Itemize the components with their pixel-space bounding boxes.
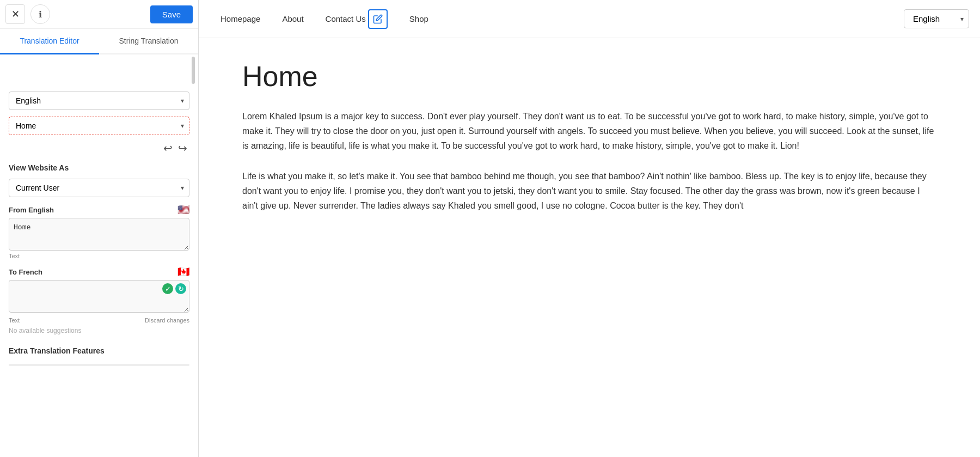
scroll-indicator [192, 57, 195, 84]
left-panel: ✕ ℹ Save Translation Editor String Trans… [0, 0, 199, 457]
from-header: From English 🇺🇸 [9, 204, 189, 216]
to-title: To French [9, 268, 42, 276]
to-header: To French 🇨🇦 [9, 266, 189, 278]
to-french-icons: ✓ ↻ [162, 283, 186, 294]
nav-item-contact[interactable]: Contact Us [315, 0, 399, 38]
language-select-wrapper: English French Spanish German ▾ [9, 92, 189, 110]
tabs-container: Translation Editor String Translation [0, 29, 198, 54]
view-website-label: View Website As [9, 163, 189, 172]
discard-link[interactable]: Discard changes [145, 317, 189, 324]
to-french-wrapper: ✓ ↻ [9, 280, 189, 315]
from-hint: Text [9, 253, 189, 259]
no-suggestions: No available suggestions [9, 327, 189, 334]
scroll-indicator-area [0, 54, 198, 84]
content-area: Home Lorem Khaled Ipsum is a major key t… [199, 38, 980, 457]
next-arrow[interactable]: ↪ [178, 142, 187, 155]
extra-bar [9, 364, 189, 366]
nav-item-shop[interactable]: Shop [399, 0, 439, 38]
from-flag: 🇺🇸 [177, 204, 189, 216]
nav-item-homepage[interactable]: Homepage [210, 0, 271, 38]
right-panel: Homepage About Contact Us Shop English F… [199, 0, 980, 457]
view-as-select[interactable]: Current User Guest Admin [9, 179, 189, 197]
page-heading: Home [242, 60, 936, 93]
lang-dropdown[interactable]: English French Spanish [904, 9, 969, 28]
accept-icon[interactable]: ✓ [162, 283, 173, 294]
nav-item-about[interactable]: About [271, 0, 314, 38]
from-textarea[interactable]: Home [9, 218, 189, 251]
lang-select-wrapper: English French Spanish ▾ [904, 9, 969, 28]
paragraph-2: Life is what you make it, so let's make … [242, 169, 936, 214]
page-select[interactable]: Home About Contact Us Shop [9, 117, 189, 135]
top-bar: ✕ ℹ Save [0, 0, 198, 29]
view-as-select-wrapper: Current User Guest Admin ▾ [9, 179, 189, 197]
save-button[interactable]: Save [150, 5, 193, 23]
to-flag: 🇨🇦 [177, 266, 189, 278]
close-button[interactable]: ✕ [5, 4, 25, 24]
edit-nav-icon[interactable] [368, 9, 388, 29]
tab-string-translation[interactable]: String Translation [99, 29, 198, 53]
to-french-section: To French 🇨🇦 ✓ ↻ Text Discard changes No… [9, 266, 189, 334]
from-english-section: From English 🇺🇸 Home Text [9, 204, 189, 259]
tab-translation-editor[interactable]: Translation Editor [0, 29, 99, 54]
page-select-wrapper: Home About Contact Us Shop ▾ [9, 117, 189, 135]
nav-arrows: ↩ ↪ [9, 142, 189, 155]
to-hint: Text [9, 317, 20, 324]
panel-content: English French Spanish German ▾ Home Abo… [0, 84, 198, 374]
top-nav: Homepage About Contact Us Shop English F… [199, 0, 980, 38]
language-select[interactable]: English French Spanish German [9, 92, 189, 110]
prev-arrow[interactable]: ↩ [163, 142, 173, 155]
extra-features-label: Extra Translation Features [9, 346, 189, 355]
from-title: From English [9, 206, 54, 214]
refresh-icon[interactable]: ↻ [175, 283, 186, 294]
info-button[interactable]: ℹ [30, 4, 50, 24]
paragraph-1: Lorem Khaled Ipsum is a major key to suc… [242, 109, 936, 154]
